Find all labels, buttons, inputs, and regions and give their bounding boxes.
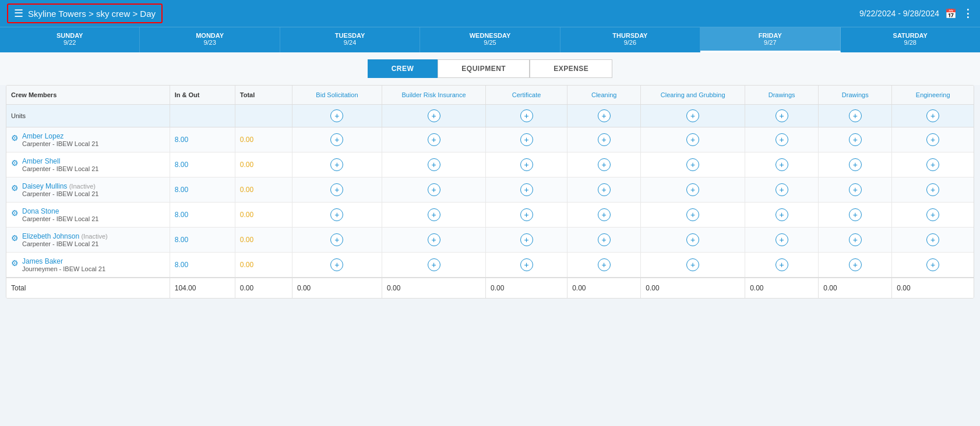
add-drawings1-unit-btn[interactable]: + bbox=[775, 109, 788, 122]
gear-icon[interactable]: ⚙ bbox=[11, 233, 19, 243]
member-name-amber-lopez[interactable]: Amber Lopez bbox=[22, 132, 98, 140]
col-crew-members: Crew Members bbox=[6, 86, 170, 105]
add-btn[interactable]: + bbox=[598, 133, 611, 146]
add-clearing-unit-btn[interactable]: + bbox=[686, 109, 699, 122]
add-btn[interactable]: + bbox=[598, 183, 611, 196]
member-name-james-baker[interactable]: James Baker bbox=[22, 257, 105, 265]
member-cell-daisey-mullins: ⚙ Daisey Mullins (Inactive) Carpenter - … bbox=[6, 178, 170, 203]
add-btn[interactable]: + bbox=[520, 133, 533, 146]
day-wednesday[interactable]: WEDNESDAY 9/25 bbox=[420, 27, 560, 52]
member-name-daisey-mullins[interactable]: Daisey Mullins bbox=[22, 182, 67, 190]
add-btn[interactable]: + bbox=[330, 183, 343, 196]
add-btn[interactable]: + bbox=[520, 183, 533, 196]
day-saturday[interactable]: SATURDAY 9/28 bbox=[841, 27, 980, 52]
add-btn[interactable]: + bbox=[775, 158, 788, 171]
table-header-row: Crew Members In & Out Total Bid Solicita… bbox=[6, 86, 974, 105]
gear-icon[interactable]: ⚙ bbox=[11, 208, 19, 218]
add-btn[interactable]: + bbox=[520, 233, 533, 246]
add-btn[interactable]: + bbox=[926, 133, 939, 146]
breadcrumb-view[interactable]: Day bbox=[140, 9, 156, 19]
add-btn[interactable]: + bbox=[775, 133, 788, 146]
breadcrumb-project[interactable]: Skyline Towers bbox=[28, 9, 86, 19]
member-name-amber-shell[interactable]: Amber Shell bbox=[22, 157, 98, 165]
crew-table-wrapper: Crew Members In & Out Total Bid Solicita… bbox=[6, 85, 974, 299]
add-btn[interactable]: + bbox=[849, 158, 862, 171]
breadcrumb-crew[interactable]: sky crew bbox=[96, 9, 130, 19]
add-btn[interactable]: + bbox=[686, 158, 699, 171]
tab-expense[interactable]: EXPENSE bbox=[530, 59, 612, 78]
units-add-engineering: + bbox=[892, 105, 974, 127]
add-cleaning-unit-btn[interactable]: + bbox=[598, 109, 611, 122]
add-btn[interactable]: + bbox=[520, 158, 533, 171]
add-btn[interactable]: + bbox=[428, 233, 440, 246]
gear-icon[interactable]: ⚙ bbox=[11, 158, 19, 168]
add-btn[interactable]: + bbox=[926, 208, 939, 221]
calendar-icon[interactable]: 📅 bbox=[945, 8, 957, 19]
add-btn[interactable]: + bbox=[849, 183, 862, 196]
add-btn[interactable]: + bbox=[775, 233, 788, 246]
menu-icon[interactable]: ☰ bbox=[14, 7, 23, 20]
member-name-dona-stone[interactable]: Dona Stone bbox=[22, 207, 98, 215]
add-btn[interactable]: + bbox=[686, 133, 699, 146]
add-btn[interactable]: + bbox=[520, 258, 533, 271]
add-btn[interactable]: + bbox=[428, 183, 440, 196]
col-certificate: Certificate bbox=[486, 86, 567, 105]
units-in-out bbox=[170, 105, 235, 127]
add-btn[interactable]: + bbox=[849, 258, 862, 271]
add-btn[interactable]: + bbox=[520, 208, 533, 221]
add-bid-solicitation-unit-btn[interactable]: + bbox=[330, 109, 343, 122]
add-btn[interactable]: + bbox=[428, 208, 440, 221]
add-btn[interactable]: + bbox=[686, 258, 699, 271]
add-btn[interactable]: + bbox=[926, 258, 939, 271]
add-btn[interactable]: + bbox=[330, 233, 343, 246]
tab-crew[interactable]: CREW bbox=[368, 59, 438, 78]
day-tuesday[interactable]: TUESDAY 9/24 bbox=[280, 27, 420, 52]
add-engineering-unit-btn[interactable]: + bbox=[926, 109, 939, 122]
member-name-elizebeth-johnson[interactable]: Elizebeth Johnson bbox=[22, 232, 79, 240]
units-add-cleaning: + bbox=[567, 105, 641, 127]
add-btn[interactable]: + bbox=[598, 233, 611, 246]
day-monday[interactable]: MONDAY 9/23 bbox=[140, 27, 280, 52]
member-inactive-badge: (Inactive) bbox=[69, 183, 96, 190]
add-btn[interactable]: + bbox=[686, 208, 699, 221]
add-btn[interactable]: + bbox=[598, 158, 611, 171]
day-sunday[interactable]: SUNDAY 9/22 bbox=[0, 27, 140, 52]
add-certificate-unit-btn[interactable]: + bbox=[520, 109, 533, 122]
gear-icon[interactable]: ⚙ bbox=[11, 258, 19, 268]
add-btn[interactable]: + bbox=[775, 258, 788, 271]
add-btn[interactable]: + bbox=[775, 208, 788, 221]
add-btn[interactable]: + bbox=[428, 133, 440, 146]
daisey-mullins-total: 0.00 bbox=[235, 178, 292, 203]
units-label: Units bbox=[6, 105, 170, 127]
day-navigation: SUNDAY 9/22 MONDAY 9/23 TUESDAY 9/24 WED… bbox=[0, 27, 980, 52]
gear-icon[interactable]: ⚙ bbox=[11, 183, 19, 193]
add-btn[interactable]: + bbox=[926, 183, 939, 196]
add-btn[interactable]: + bbox=[686, 183, 699, 196]
gear-icon[interactable]: ⚙ bbox=[11, 133, 19, 143]
add-btn[interactable]: + bbox=[849, 233, 862, 246]
add-btn[interactable]: + bbox=[428, 158, 440, 171]
breadcrumb: Skyline Towers > sky crew > Day bbox=[28, 9, 156, 19]
member-cell-amber-lopez: ⚙ Amber Lopez Carpenter - IBEW Local 21 bbox=[6, 127, 170, 152]
add-btn[interactable]: + bbox=[330, 158, 343, 171]
add-btn[interactable]: + bbox=[598, 258, 611, 271]
more-options-icon[interactable]: ⋮ bbox=[963, 7, 973, 20]
add-btn[interactable]: + bbox=[926, 233, 939, 246]
add-btn[interactable]: + bbox=[428, 258, 440, 271]
add-builder-risk-unit-btn[interactable]: + bbox=[428, 109, 440, 122]
add-drawings2-unit-btn[interactable]: + bbox=[849, 109, 862, 122]
add-btn[interactable]: + bbox=[686, 233, 699, 246]
date-range: 9/22/2024 - 9/28/2024 bbox=[859, 9, 939, 18]
day-thursday[interactable]: THURSDAY 9/26 bbox=[560, 27, 700, 52]
add-btn[interactable]: + bbox=[775, 183, 788, 196]
add-btn[interactable]: + bbox=[849, 208, 862, 221]
add-btn[interactable]: + bbox=[598, 208, 611, 221]
add-btn[interactable]: + bbox=[926, 158, 939, 171]
tab-equipment[interactable]: EQUIPMENT bbox=[438, 59, 530, 78]
member-role-elizebeth-johnson: Carpenter - IBEW Local 21 bbox=[22, 240, 108, 247]
add-btn[interactable]: + bbox=[849, 133, 862, 146]
add-btn[interactable]: + bbox=[330, 258, 343, 271]
add-btn[interactable]: + bbox=[330, 133, 343, 146]
add-btn[interactable]: + bbox=[330, 208, 343, 221]
day-friday[interactable]: FRIDAY 9/27 bbox=[700, 27, 840, 52]
